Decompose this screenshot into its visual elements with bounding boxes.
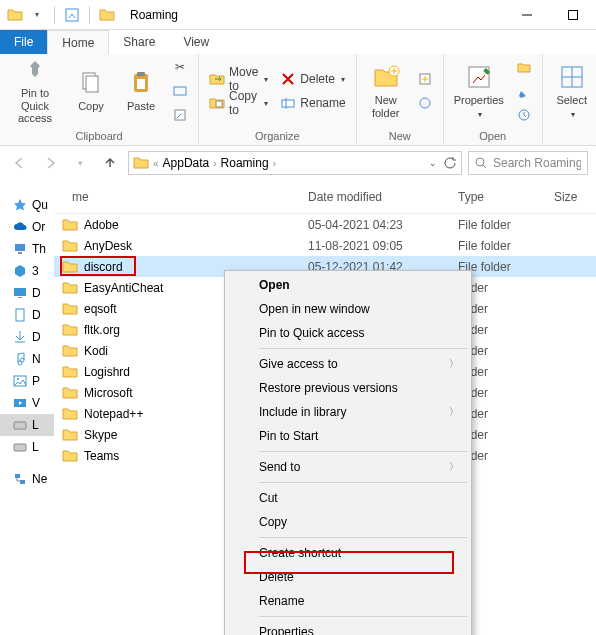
folder-row[interactable]: Adobe05-04-2021 04:23File folder <box>54 214 596 235</box>
address-bar-row: ▾ « AppData › Roaming › ⌄ Search Roaming <box>0 146 596 180</box>
nav-item[interactable]: L <box>0 436 54 458</box>
menu-item-pin-to-quick-access[interactable]: Pin to Quick access <box>227 321 469 345</box>
edit-button[interactable] <box>512 80 536 102</box>
menu-item-label: Pin to Quick access <box>259 326 364 340</box>
menu-item-rename[interactable]: Rename <box>227 589 469 613</box>
svg-rect-33 <box>14 444 26 451</box>
submenu-arrow-icon: 〉 <box>449 460 459 474</box>
cut-button[interactable]: ✂ <box>168 56 192 78</box>
column-date[interactable]: Date modified <box>300 190 450 204</box>
new-item-button[interactable] <box>413 68 437 90</box>
menu-item-copy[interactable]: Copy <box>227 510 469 534</box>
search-input[interactable]: Search Roaming <box>468 151 588 175</box>
column-name[interactable]: me <box>54 190 300 204</box>
minimize-button[interactable] <box>504 0 550 30</box>
menu-item-cut[interactable]: Cut <box>227 486 469 510</box>
paste-shortcut-button[interactable] <box>168 104 192 126</box>
doc-icon <box>12 307 28 323</box>
group-select: Select ▾ <box>543 54 596 145</box>
menu-item-pin-to-start[interactable]: Pin to Start <box>227 424 469 448</box>
rename-icon <box>280 95 296 111</box>
menu-item-create-shortcut[interactable]: Create shortcut <box>227 541 469 565</box>
svg-rect-32 <box>14 422 26 429</box>
breadcrumb-appdata[interactable]: AppData <box>163 156 210 170</box>
up-button[interactable] <box>98 151 122 175</box>
chevron-right-icon[interactable]: › <box>273 158 276 169</box>
easy-access-button[interactable] <box>413 92 437 114</box>
nav-item-label: Ne <box>32 472 47 486</box>
folder-row[interactable]: AnyDesk11-08-2021 09:05File folder <box>54 235 596 256</box>
breadcrumb-roaming[interactable]: Roaming <box>221 156 269 170</box>
desktop-icon <box>12 285 28 301</box>
star-icon <box>12 197 28 213</box>
nav-item[interactable]: D <box>0 304 54 326</box>
svg-rect-11 <box>282 100 294 107</box>
properties-button[interactable]: Properties ▾ <box>450 57 508 125</box>
dropdown-icon[interactable]: ▾ <box>28 6 46 24</box>
nav-item[interactable]: P <box>0 370 54 392</box>
chevron-right-icon[interactable]: › <box>213 158 216 169</box>
history-button[interactable] <box>512 104 536 126</box>
menu-item-include-in-library[interactable]: Include in library〉 <box>227 400 469 424</box>
folder-icon <box>62 280 78 296</box>
copy-button[interactable]: Copy <box>68 57 114 125</box>
menu-item-give-access-to[interactable]: Give access to〉 <box>227 352 469 376</box>
nav-item[interactable]: L <box>0 414 54 436</box>
nav-item[interactable]: D <box>0 326 54 348</box>
folder-icon <box>62 259 78 275</box>
delete-button[interactable]: Delete▾ <box>276 68 349 90</box>
menu-item-send-to[interactable]: Send to〉 <box>227 455 469 479</box>
nav-item[interactable]: Th <box>0 238 54 260</box>
window-title: Roaming <box>130 8 178 22</box>
new-folder-button[interactable]: New folder <box>363 57 409 125</box>
paste-button[interactable]: Paste <box>118 57 164 125</box>
refresh-icon[interactable] <box>443 156 457 170</box>
rename-button[interactable]: Rename <box>276 92 349 114</box>
nav-item[interactable]: Ne <box>0 468 54 490</box>
recent-button[interactable]: ▾ <box>68 151 92 175</box>
dropdown-icon[interactable]: ⌄ <box>429 158 437 168</box>
address-bar[interactable]: « AppData › Roaming › ⌄ <box>128 151 462 175</box>
menu-item-restore-previous-versions[interactable]: Restore previous versions <box>227 376 469 400</box>
copyto-icon <box>209 95 225 111</box>
chevron-right-icon[interactable]: « <box>153 158 159 169</box>
tab-share[interactable]: Share <box>109 30 169 54</box>
tab-view[interactable]: View <box>169 30 223 54</box>
maximize-button[interactable] <box>550 0 596 30</box>
nav-item[interactable]: N <box>0 348 54 370</box>
properties-icon[interactable] <box>63 6 81 24</box>
back-button[interactable] <box>8 151 32 175</box>
svg-rect-8 <box>174 87 186 95</box>
pin-quick-access-button[interactable]: Pin to Quick access <box>6 57 64 125</box>
title-bar: ▾ Roaming <box>0 0 596 30</box>
group-clipboard: Pin to Quick access Copy Paste ✂ Clipboa… <box>0 54 199 145</box>
tab-file[interactable]: File <box>0 30 47 54</box>
svg-line-22 <box>483 165 486 168</box>
nav-item[interactable]: D <box>0 282 54 304</box>
copy-path-button[interactable] <box>168 80 192 102</box>
copy-to-button[interactable]: Copy to▾ <box>205 92 272 114</box>
tab-home[interactable]: Home <box>47 30 109 54</box>
nav-item[interactable]: 3 <box>0 260 54 282</box>
menu-item-open[interactable]: Open <box>227 273 469 297</box>
forward-button[interactable] <box>38 151 62 175</box>
nav-item[interactable]: V <box>0 392 54 414</box>
folder-icon <box>62 385 78 401</box>
folder-icon <box>62 238 78 254</box>
menu-item-label: Properties <box>259 625 314 635</box>
open-button[interactable] <box>512 56 536 78</box>
menu-item-properties[interactable]: Properties <box>227 620 469 635</box>
select-button[interactable]: Select ▾ <box>549 57 595 125</box>
menu-item-label: Open in new window <box>259 302 370 316</box>
move-to-button[interactable]: Move to▾ <box>205 68 272 90</box>
menu-item-open-in-new-window[interactable]: Open in new window <box>227 297 469 321</box>
nav-item-label: D <box>32 330 41 344</box>
folder-icon <box>62 406 78 422</box>
navigation-pane[interactable]: QuOrTh3DDDNPVLLNe <box>0 180 54 635</box>
nav-item[interactable]: Or <box>0 216 54 238</box>
menu-item-delete[interactable]: Delete <box>227 565 469 589</box>
nav-item[interactable]: Qu <box>0 194 54 216</box>
column-size[interactable]: Size <box>546 190 596 204</box>
paste-icon <box>127 69 155 97</box>
column-type[interactable]: Type <box>450 190 546 204</box>
